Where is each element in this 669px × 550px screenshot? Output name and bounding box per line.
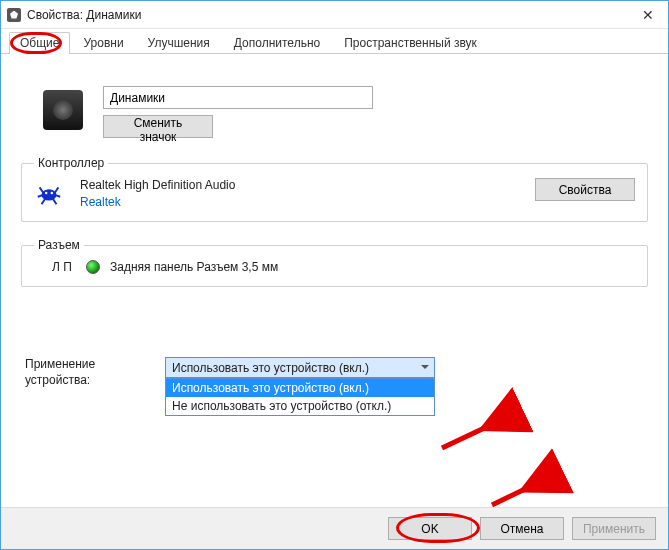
speaker-icon (43, 90, 83, 130)
jack-legend: Разъем (34, 238, 84, 252)
tab-advanced[interactable]: Дополнительно (223, 32, 331, 54)
device-usage-option-enable[interactable]: Использовать это устройство (вкл.) (166, 379, 434, 397)
ok-button[interactable]: OK (388, 517, 472, 540)
jack-group: Разъем Л П Задняя панель Разъем 3,5 мм (21, 238, 648, 287)
close-icon[interactable]: ✕ (628, 1, 668, 29)
device-usage-combo[interactable]: Использовать это устройство (вкл.) Испол… (165, 357, 435, 378)
tab-strip: Общие Уровни Улучшения Дополнительно Про… (1, 31, 668, 54)
cancel-button[interactable]: Отмена (480, 517, 564, 540)
device-usage-label: Применение устройства: (25, 357, 135, 388)
controller-group: Контроллер Realtek High Definition Audio… (21, 156, 648, 222)
controller-vendor-link[interactable]: Realtek (80, 195, 519, 209)
svg-point-2 (51, 192, 53, 194)
svg-point-1 (45, 192, 47, 194)
svg-point-0 (42, 190, 55, 199)
titlebar: Свойства: Динамики ✕ (1, 1, 668, 29)
device-usage-selected[interactable]: Использовать это устройство (вкл.) (165, 357, 435, 378)
app-icon (7, 8, 21, 22)
tab-spatial[interactable]: Пространственный звук (333, 32, 488, 54)
realtek-icon (34, 178, 64, 208)
dialog-footer: OK Отмена Применить (1, 507, 668, 549)
tab-enhancements[interactable]: Улучшения (137, 32, 221, 54)
tab-general[interactable]: Общие (9, 32, 70, 54)
annotation-arrow-dropdown (436, 406, 516, 459)
tab-levels[interactable]: Уровни (72, 32, 134, 54)
controller-legend: Контроллер (34, 156, 108, 170)
jack-side-label: Л П (52, 260, 76, 274)
device-usage-dropdown: Использовать это устройство (вкл.) Не ис… (165, 378, 435, 416)
window-title: Свойства: Динамики (27, 8, 628, 22)
device-name-input[interactable] (103, 86, 373, 109)
controller-name: Realtek High Definition Audio (80, 178, 519, 192)
device-usage-option-disable[interactable]: Не использовать это устройство (откл.) (166, 397, 434, 415)
svg-line-4 (492, 475, 554, 505)
svg-line-3 (442, 414, 514, 448)
apply-button[interactable]: Применить (572, 517, 656, 540)
controller-properties-button[interactable]: Свойства (535, 178, 635, 201)
jack-description: Задняя панель Разъем 3,5 мм (110, 260, 278, 274)
change-icon-button[interactable]: Сменить значок (103, 115, 213, 138)
jack-color-icon (86, 260, 100, 274)
